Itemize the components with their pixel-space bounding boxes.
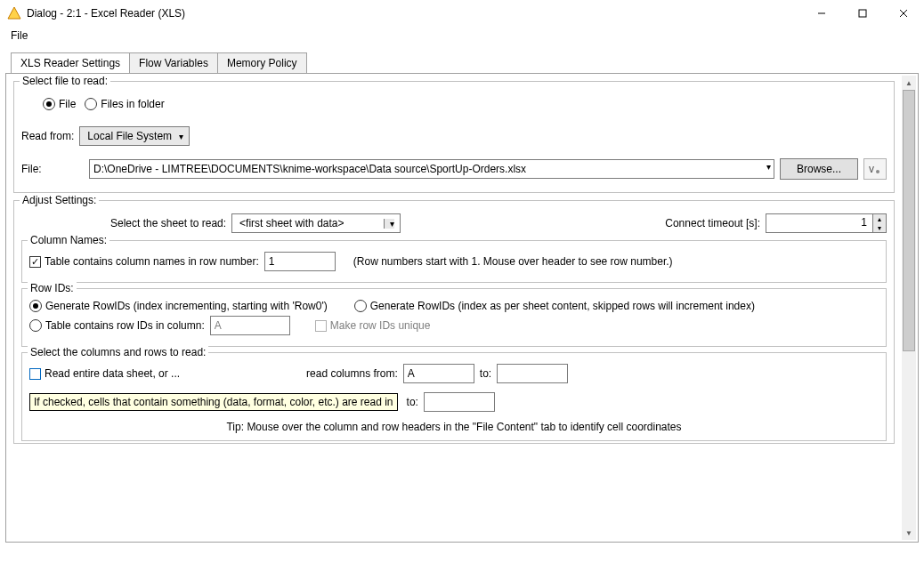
radio-icon [354, 300, 367, 312]
col-to-input[interactable] [497, 364, 568, 383]
radio-gen-rowids-inc-label: Generate RowIDs (index incrementing, sta… [45, 300, 328, 312]
group-title-column-names: Column Names: [28, 234, 109, 246]
radio-icon [29, 319, 42, 332]
checkbox-icon [29, 368, 41, 380]
radio-files-in-folder-label: Files in folder [101, 98, 164, 110]
svg-point-6 [876, 170, 879, 173]
minimize-button[interactable] [801, 0, 842, 27]
radio-icon [43, 98, 55, 110]
checkbox-icon [29, 256, 41, 268]
read-entire-label: Read entire data sheet, or ... [45, 367, 180, 380]
radio-files-in-folder[interactable]: Files in folder [85, 98, 164, 110]
col-names-hint: (Row numbers start with 1. Mouse over he… [353, 255, 673, 268]
col-names-check-label: Table contains column names in row numbe… [45, 255, 259, 268]
app-icon [7, 6, 21, 20]
spinner-down-icon[interactable]: ▼ [873, 223, 886, 232]
radio-rowids-in-column-label: Table contains row IDs in column: [45, 319, 205, 332]
sheet-value: <first sheet with data> [239, 217, 344, 229]
timeout-label: Connect timeout [s]: [665, 217, 760, 229]
chevron-down-icon: ▾ [179, 132, 183, 141]
svg-marker-0 [8, 7, 20, 19]
group-row-ids: Row IDs: Generate RowIDs (index incremen… [21, 288, 887, 347]
timeout-spinner[interactable]: 1 ▲▼ [766, 213, 887, 233]
group-cols-rows: Select the columns and rows to read: Rea… [21, 352, 887, 441]
chevron-down-icon: ▾ [384, 219, 394, 229]
radio-rowids-in-column[interactable]: Table contains row IDs in column: [29, 319, 205, 332]
dialog-window: Dialog - 2:1 - Excel Reader (XLS) File X… [0, 0, 924, 563]
window-title: Dialog - 2:1 - Excel Reader (XLS) [27, 7, 185, 20]
radio-gen-rowids-sheet[interactable]: Generate RowIDs (index as per sheet cont… [354, 300, 755, 312]
rowids-column-input [210, 316, 290, 335]
menu-file[interactable]: File [5, 28, 33, 44]
sheet-label: Select the sheet to read: [110, 217, 226, 229]
svg-text:v: v [869, 164, 874, 174]
scroll-up-icon[interactable]: ▲ [902, 76, 916, 90]
group-title-cols-rows: Select the columns and rows to read: [28, 346, 208, 358]
sheet-combo[interactable]: <first sheet with data> ▾ [231, 213, 401, 233]
scroll-down-icon[interactable]: ▼ [902, 526, 916, 540]
row-to-input[interactable] [424, 392, 495, 412]
tab-strip: XLS Reader Settings Flow Variables Memor… [11, 52, 919, 73]
timeout-value: 1 [766, 213, 872, 233]
group-title-row-ids: Row IDs: [28, 282, 77, 294]
checkbox-read-entire-sheet[interactable]: Read entire data sheet, or ... [29, 367, 180, 380]
file-label: File: [21, 163, 84, 175]
vertical-scrollbar[interactable]: ▲ ▼ [902, 76, 916, 540]
close-button[interactable] [883, 0, 924, 27]
spinner-up-icon[interactable]: ▲ [873, 214, 886, 223]
checkbox-icon [315, 320, 327, 332]
radio-icon [85, 98, 97, 110]
read-from-label: Read from: [21, 130, 74, 142]
file-path-input[interactable] [89, 159, 774, 179]
radio-icon [29, 300, 42, 312]
checkbox-make-rowids-unique: Make row IDs unique [315, 319, 431, 332]
menubar: File [0, 27, 924, 44]
tooltip-read-entire: If checked, cells that contain something… [29, 393, 398, 411]
make-rowids-unique-label: Make row IDs unique [330, 319, 431, 332]
flow-variable-button[interactable]: v [863, 158, 887, 180]
group-select-file: Select file to read: File Files in folde… [13, 81, 895, 193]
radio-file[interactable]: File [43, 98, 76, 110]
cols-rows-tip: Tip: Mouse over the column and row heade… [29, 421, 879, 433]
col-names-row-input[interactable] [264, 252, 336, 271]
to-label-1: to: [480, 367, 491, 380]
scroll-thumb[interactable] [903, 90, 915, 351]
checkbox-table-has-col-names[interactable]: Table contains column names in row numbe… [29, 255, 259, 268]
titlebar: Dialog - 2:1 - Excel Reader (XLS) [0, 0, 924, 27]
svg-rect-2 [859, 10, 866, 17]
tab-flow-variables[interactable]: Flow Variables [130, 52, 218, 74]
group-title-adjust: Adjust Settings: [20, 194, 99, 206]
read-from-combo[interactable]: Local File System ▾ [79, 126, 190, 146]
read-cols-from-label: read columns from: [306, 367, 398, 380]
col-from-input[interactable] [403, 364, 474, 383]
radio-gen-rowids-inc[interactable]: Generate RowIDs (index incrementing, sta… [29, 300, 328, 312]
tab-panel: ▲ ▼ Select file to read: File Files in f… [5, 73, 919, 543]
radio-file-label: File [59, 98, 76, 110]
group-column-names: Column Names: Table contains column name… [21, 240, 887, 283]
chevron-down-icon[interactable]: ▾ [766, 162, 771, 172]
tab-memory-policy[interactable]: Memory Policy [218, 52, 307, 74]
browse-button[interactable]: Browse... [780, 158, 858, 180]
to-label-2: to: [407, 396, 418, 408]
read-from-value: Local File System [87, 130, 172, 142]
radio-gen-rowids-sheet-label: Generate RowIDs (index as per sheet cont… [370, 300, 755, 312]
maximize-button[interactable] [842, 0, 883, 27]
tab-xls-reader-settings[interactable]: XLS Reader Settings [11, 52, 130, 74]
group-adjust-settings: Adjust Settings: Select the sheet to rea… [13, 200, 895, 444]
group-title-select-file: Select file to read: [20, 75, 110, 87]
